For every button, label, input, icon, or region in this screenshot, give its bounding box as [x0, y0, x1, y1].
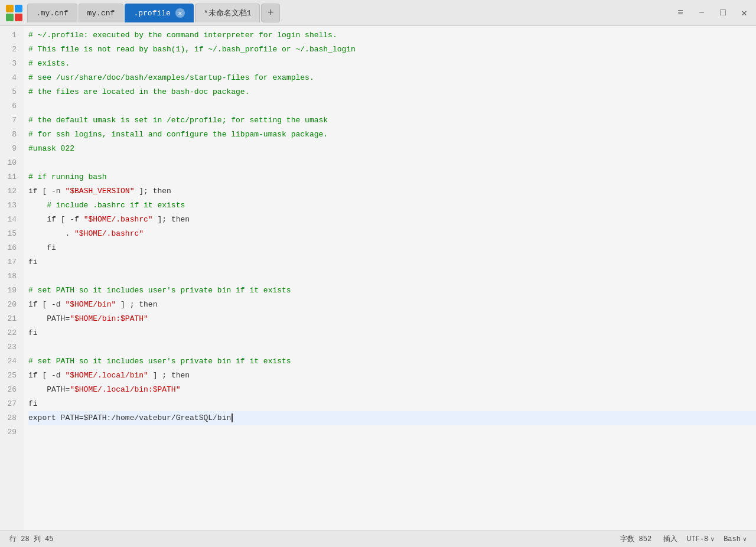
line-number: 15	[0, 227, 19, 241]
svg-rect-0	[6, 5, 14, 12]
language-dropdown-icon: ∨	[743, 536, 747, 543]
line-number: 18	[0, 269, 19, 284]
code-line: . "$HOME/.bashrc"	[28, 227, 756, 241]
code-line: PATH="$HOME/.local/bin:$PATH"	[28, 383, 756, 397]
add-tab-icon: +	[268, 7, 274, 19]
line-number: 29	[0, 425, 19, 439]
code-line: fi	[28, 255, 756, 269]
code-line: # if running bash	[28, 170, 756, 184]
line-numbers: 1234567891011121314151617181920212223242…	[0, 26, 24, 530]
titlebar: .my.cnf my.cnf .profile ✕ *未命名文档1 + ≡ − …	[0, 0, 756, 26]
tab-label: .my.cnf	[36, 9, 69, 18]
line-number: 19	[0, 284, 19, 298]
line-number: 23	[0, 340, 19, 354]
add-tab-button[interactable]: +	[261, 4, 280, 22]
minimize-button[interactable]: −	[695, 6, 709, 20]
code-line: # ~/.profile: executed by the command in…	[28, 28, 756, 43]
line-number: 27	[0, 397, 19, 411]
code-line: export PATH=$PATH:/home/vatebur/GreatSQL…	[28, 411, 756, 425]
svg-rect-1	[15, 5, 22, 12]
menu-button[interactable]: ≡	[673, 6, 687, 20]
code-line	[28, 99, 756, 113]
line-number: 16	[0, 241, 19, 255]
code-line: # see /usr/share/doc/bash/examples/start…	[28, 71, 756, 85]
line-number: 24	[0, 354, 19, 369]
tab-unnamed-doc[interactable]: *未命名文档1	[195, 4, 260, 22]
language-selector[interactable]: Bash ∨	[724, 535, 747, 543]
tab-close-icon[interactable]: ✕	[175, 8, 185, 18]
code-line: PATH="$HOME/bin:$PATH"	[28, 312, 756, 326]
code-line: fi	[28, 397, 756, 411]
code-content[interactable]: # ~/.profile: executed by the command in…	[24, 26, 756, 530]
code-line: fi	[28, 241, 756, 255]
line-number: 20	[0, 298, 19, 312]
line-number: 22	[0, 326, 19, 340]
line-number: 2	[0, 43, 19, 57]
code-line: # set PATH so it includes user's private…	[28, 284, 756, 298]
encoding-selector[interactable]: UTF-8 ∨	[687, 535, 714, 543]
code-line	[28, 340, 756, 354]
tab-my-cnf[interactable]: my.cnf	[79, 4, 124, 22]
code-line	[28, 269, 756, 284]
line-number: 17	[0, 255, 19, 269]
code-line: # for ssh logins, install and configure …	[28, 128, 756, 142]
line-number: 25	[0, 369, 19, 383]
line-number: 8	[0, 128, 19, 142]
tab-label: my.cnf	[87, 9, 115, 18]
code-line: if [ -n "$BASH_VERSION" ]; then	[28, 184, 756, 198]
line-number: 3	[0, 57, 19, 71]
code-line	[28, 425, 756, 439]
code-line: # the default umask is set in /etc/profi…	[28, 113, 756, 128]
code-line: #umask 022	[28, 142, 756, 156]
insert-mode-label: 插入	[663, 534, 677, 544]
line-number: 6	[0, 99, 19, 113]
tab-label: .profile	[133, 9, 170, 18]
statusbar-right-items: 插入 UTF-8 ∨ Bash ∨	[663, 534, 747, 544]
line-number: 21	[0, 312, 19, 326]
tab-bar: .my.cnf my.cnf .profile ✕ *未命名文档1 +	[27, 4, 666, 22]
line-number: 11	[0, 170, 19, 184]
line-number: 1	[0, 28, 19, 43]
tab-profile[interactable]: .profile ✕	[125, 4, 193, 22]
code-line: if [ -d "$HOME/bin" ] ; then	[28, 298, 756, 312]
code-line: # This file is not read by bash(1), if ~…	[28, 43, 756, 57]
line-number: 7	[0, 113, 19, 128]
maximize-button[interactable]: □	[716, 6, 730, 20]
encoding-label: UTF-8	[687, 535, 708, 543]
app-logo-icon	[5, 4, 24, 22]
line-number: 9	[0, 142, 19, 156]
svg-rect-3	[15, 14, 22, 21]
code-line: # the files are located in the bash-doc …	[28, 85, 756, 99]
code-line: # include .bashrc if it exists	[28, 198, 756, 213]
code-line: # exists.	[28, 57, 756, 71]
tab-label: *未命名文档1	[204, 8, 252, 18]
code-line: if [ -f "$HOME/.bashrc" ]; then	[28, 213, 756, 227]
window-controls: ≡ − □ ✕	[673, 6, 751, 20]
char-count: 字数 852	[620, 534, 651, 544]
cursor-position: 行 28 列 45	[9, 534, 608, 544]
editor-area: 1234567891011121314151617181920212223242…	[0, 26, 756, 530]
code-line: fi	[28, 326, 756, 340]
statusbar: 行 28 列 45 字数 852 插入 UTF-8 ∨ Bash ∨	[0, 530, 756, 547]
code-line: # set PATH so it includes user's private…	[28, 354, 756, 369]
language-label: Bash	[724, 535, 741, 543]
code-line	[28, 156, 756, 170]
tab-my-cnf-hidden[interactable]: .my.cnf	[27, 4, 77, 22]
svg-rect-2	[6, 14, 14, 21]
line-number: 13	[0, 198, 19, 213]
line-number: 10	[0, 156, 19, 170]
line-number: 12	[0, 184, 19, 198]
line-number: 28	[0, 411, 19, 425]
encoding-dropdown-icon: ∨	[711, 536, 714, 543]
line-number: 4	[0, 71, 19, 85]
line-number: 5	[0, 85, 19, 99]
line-number: 14	[0, 213, 19, 227]
insert-mode-indicator: 插入	[663, 534, 677, 544]
line-number: 26	[0, 383, 19, 397]
close-button[interactable]: ✕	[737, 6, 751, 20]
code-line: if [ -d "$HOME/.local/bin" ] ; then	[28, 369, 756, 383]
